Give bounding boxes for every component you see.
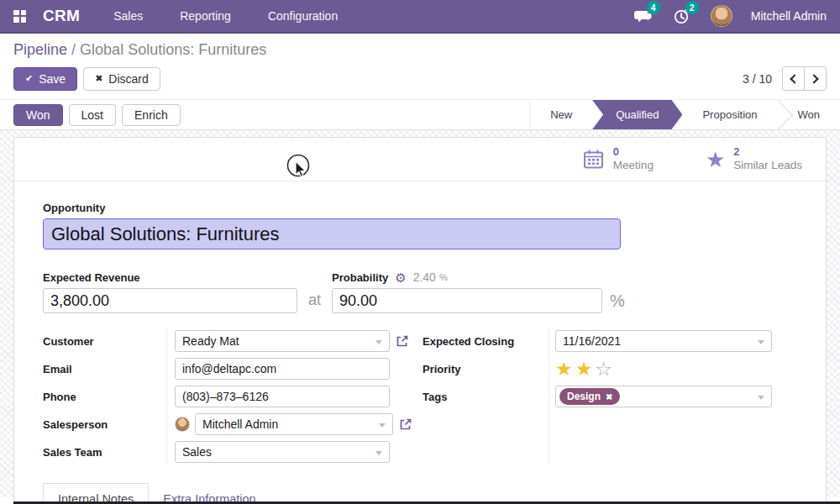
messages-icon[interactable]: 4 [633, 7, 654, 25]
external-link-icon[interactable] [395, 334, 409, 349]
expected-closing-date-select[interactable]: 11/16/2021 [555, 330, 772, 352]
control-panel: Pipeline / Global Solutions: Furnitures … [0, 34, 840, 99]
save-button[interactable]: ✔ Save [13, 67, 77, 91]
priority-star-3[interactable]: ☆ [595, 360, 612, 379]
meeting-stat-button[interactable]: 0 Meeting [582, 145, 654, 173]
menu-configuration[interactable]: Configuration [268, 9, 338, 23]
meeting-count: 0 [613, 145, 654, 159]
pager-counter: 3 / 10 [743, 72, 772, 86]
user-name[interactable]: Mitchell Admin [751, 9, 827, 23]
breadcrumb: Pipeline / Global Solutions: Furnitures [13, 41, 827, 59]
stage-pipeline: New Qualified Proposition Won [529, 100, 840, 129]
star-icon: ★ [706, 149, 725, 171]
stage-won[interactable]: Won [778, 100, 840, 129]
activities-badge: 2 [685, 1, 699, 14]
sales-team-label: Sales Team [43, 446, 175, 459]
field-group-right: Expected Closing 11/16/2021 Priority ★ ★… [423, 330, 775, 463]
enrich-button[interactable]: Enrich [122, 104, 181, 126]
salesperson-avatar [175, 417, 190, 432]
pager-next-button[interactable] [804, 66, 827, 91]
form-sheet: 0 Meeting ★ 2 Similar Leads Opportunity … [13, 137, 827, 504]
similar-leads-stat-button[interactable]: ★ 2 Similar Leads [706, 145, 802, 173]
lost-button[interactable]: Lost [69, 104, 116, 126]
stage-qualified[interactable]: Qualified [592, 100, 682, 129]
check-icon: ✔ [25, 73, 33, 84]
column-divider [166, 328, 167, 465]
probability-label: Probability [332, 271, 388, 284]
breadcrumb-separator: / [71, 41, 76, 58]
statusbar: Won Lost Enrich New Qualified Propositio… [0, 99, 840, 130]
app-name[interactable]: CRM [43, 7, 80, 25]
discard-button[interactable]: ✖ Discard [83, 67, 160, 91]
email-input[interactable] [175, 358, 390, 380]
gear-icon[interactable]: ⚙ [395, 271, 406, 284]
stat-button-bar: 0 Meeting ★ 2 Similar Leads [14, 138, 826, 181]
tags-label: Tags [423, 391, 555, 403]
probability-input[interactable] [332, 288, 602, 313]
tag-pill-design[interactable]: Design ✖ [559, 388, 620, 405]
priority-label: Priority [423, 363, 555, 375]
auto-probability-unit: % [439, 272, 448, 282]
tag-remove-icon[interactable]: ✖ [606, 392, 612, 402]
field-group-left: Customer Ready Mat Email [43, 330, 421, 463]
sales-team-select[interactable]: Sales [175, 441, 390, 463]
top-navbar: CRM Sales Reporting Configuration 4 2 Mi… [0, 0, 840, 34]
priority-star-1[interactable]: ★ [555, 360, 573, 379]
percent-suffix: % [610, 291, 625, 311]
auto-probability-value: 2.40 [413, 270, 436, 284]
form-view-background: 0 Meeting ★ 2 Similar Leads Opportunity … [0, 130, 840, 497]
breadcrumb-current: Global Solutions: Furnitures [80, 41, 266, 58]
external-link-icon[interactable] [398, 417, 412, 432]
priority-stars: ★ ★ ☆ [555, 360, 612, 379]
similar-leads-count: 2 [733, 145, 802, 159]
user-avatar[interactable] [711, 5, 732, 27]
expected-revenue-label: Expected Revenue [43, 271, 140, 284]
email-label: Email [43, 363, 175, 375]
stage-proposition[interactable]: Proposition [682, 100, 777, 129]
pager-previous-button[interactable] [782, 66, 805, 91]
nav-menu: Sales Reporting Configuration [113, 9, 338, 23]
chevron-right-icon [809, 74, 818, 83]
salesperson-label: Salesperson [43, 418, 175, 431]
stage-new[interactable]: New [530, 100, 592, 129]
tags-select[interactable]: Design ✖ [555, 386, 772, 407]
salesperson-select[interactable]: Mitchell Admin [195, 413, 393, 435]
phone-input[interactable] [175, 386, 390, 407]
expected-revenue-input[interactable] [43, 288, 297, 313]
menu-reporting[interactable]: Reporting [180, 9, 231, 23]
at-label: at [308, 291, 321, 309]
menu-sales[interactable]: Sales [113, 9, 143, 23]
calendar-icon [582, 148, 605, 171]
phone-label: Phone [43, 391, 175, 403]
x-icon: ✖ [95, 73, 102, 84]
customer-select[interactable]: Ready Mat [175, 330, 390, 352]
messages-badge: 4 [647, 1, 660, 14]
breadcrumb-pipeline[interactable]: Pipeline [13, 41, 67, 58]
customer-label: Customer [43, 335, 175, 348]
priority-star-2[interactable]: ★ [575, 360, 593, 379]
chevron-left-icon [790, 74, 799, 83]
column-divider [549, 328, 549, 465]
apps-menu-icon[interactable] [13, 10, 26, 23]
won-button[interactable]: Won [13, 104, 63, 126]
opportunity-title-input[interactable] [43, 218, 621, 249]
activities-icon[interactable]: 2 [672, 7, 692, 25]
opportunity-label: Opportunity [43, 202, 797, 214]
expected-closing-label: Expected Closing [423, 335, 555, 348]
